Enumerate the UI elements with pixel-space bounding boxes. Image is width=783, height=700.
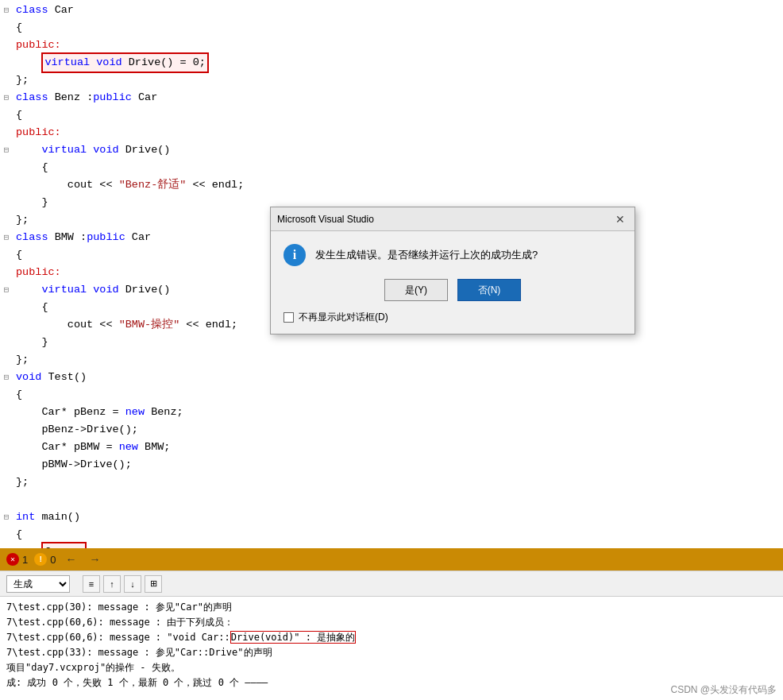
toolbar-btn-2[interactable]: ↑ [103, 575, 121, 593]
code-line: Car* pBenz = new Benz; [0, 404, 783, 421]
output-line: 成: 成功 0 个，失败 1 个，最新 0 个，跳过 0 个 ———— [6, 675, 777, 690]
output-content: 7\test.cpp(30): message : 参见"Car"的声明 7\t… [0, 597, 783, 694]
code-line: }; [0, 351, 783, 369]
toolbar-btn-4[interactable]: ⊞ [145, 575, 162, 593]
code-line: public: [0, 124, 783, 141]
code-line: ⊟ virtual void Drive() [0, 141, 783, 159]
info-icon: i [284, 244, 306, 266]
fold-gutter[interactable]: ⊟ [0, 281, 13, 299]
code-line: cout << "Benz-舒适" << endl; [0, 176, 783, 194]
code-line: } [0, 334, 783, 351]
fold-gutter[interactable]: ⊟ [0, 89, 13, 106]
fold-gutter[interactable]: ⊟ [0, 2, 13, 19]
error-count: 1 [22, 554, 28, 566]
nav-back-button[interactable]: ← [62, 551, 79, 567]
code-line [0, 491, 783, 509]
dialog-checkbox-row: 不再显示此对话框(D) [284, 307, 622, 327]
output-line: 7\test.cpp(33): message : 参见"Car::Drive"… [6, 645, 777, 660]
output-line: 项目"day7.vcxproj"的操作 - 失败。 [6, 660, 777, 675]
code-line: { [0, 19, 783, 37]
dialog-checkbox-label: 不再显示此对话框(D) [299, 311, 388, 324]
dialog-message-row: i 发生生成错误。是否继续并运行上次的成功生成? [284, 244, 622, 266]
status-bar: ✕ 1 ! 0 ← → [0, 548, 783, 570]
error-icon: ✕ [6, 553, 19, 566]
code-line: ⊟ class Benz :public Car [0, 89, 783, 106]
code-line: }; [0, 474, 783, 491]
dialog-title: Microsoft Visual Studio [277, 214, 374, 225]
code-line: pBMW->Drive(); [0, 456, 783, 474]
toolbar-btn-1[interactable]: ≡ [83, 575, 100, 593]
code-line: { [0, 526, 783, 543]
output-line: 7\test.cpp(60,6): message : 由于下列成员： [6, 615, 777, 630]
dialog-body: i 发生生成错误。是否继续并运行上次的成功生成? 是(Y) 否(N) 不再显示此… [271, 231, 634, 334]
code-line: }; [0, 72, 783, 89]
watermark: CSDN @头发没有代码多 [670, 683, 777, 697]
fold-gutter[interactable]: ⊟ [0, 369, 13, 386]
fold-gutter[interactable]: ⊟ [0, 509, 13, 526]
code-line: { [0, 386, 783, 404]
code-line: { [0, 106, 783, 124]
dialog: Microsoft Visual Studio ✕ i 发生生成错误。是否继续并… [270, 207, 635, 335]
code-line: ⊟ int main() [0, 509, 783, 526]
code-line: { [0, 159, 783, 176]
code-line: public: [0, 37, 783, 54]
output-panel: 生成 ≡ ↑ ↓ ⊞ 7\test.cpp(30): message : 参见"… [0, 570, 783, 700]
code-line-highlighted: virtual void Drive() = 0; [0, 54, 783, 72]
warning-count: 0 [50, 554, 56, 566]
dialog-buttons: 是(Y) 否(N) [284, 279, 622, 301]
dialog-yes-button[interactable]: 是(Y) [384, 279, 448, 301]
output-toolbar: 生成 ≡ ↑ ↓ ⊞ [0, 571, 783, 597]
fold-gutter[interactable]: ⊟ [0, 229, 13, 246]
fold-gutter[interactable]: ⊟ [0, 141, 13, 159]
warning-icon: ! [34, 553, 47, 566]
dialog-close-button[interactable]: ✕ [612, 211, 628, 227]
nav-forward-button[interactable]: → [86, 551, 103, 567]
code-line: pBenz->Drive(); [0, 421, 783, 439]
dialog-checkbox[interactable] [284, 312, 294, 323]
editor-area: ⊟ class Car { public: virtual void Drive… [0, 0, 783, 548]
toolbar-btn-3[interactable]: ↓ [124, 575, 141, 593]
dialog-no-button[interactable]: 否(N) [457, 279, 521, 301]
code-line: ⊟ void Test() [0, 369, 783, 386]
output-line: 7\test.cpp(30): message : 参见"Car"的声明 [6, 600, 777, 615]
output-select[interactable]: 生成 [6, 575, 70, 593]
dialog-titlebar: Microsoft Visual Studio ✕ [271, 207, 634, 231]
dialog-message: 发生生成错误。是否继续并运行上次的成功生成? [315, 244, 538, 263]
code-line-highlighted2: Car a; [0, 543, 783, 548]
output-line-highlighted: 7\test.cpp(60,6): message : "void Car::D… [6, 630, 777, 645]
code-line: ⊟ class Car [0, 2, 783, 19]
code-line: Car* pBMW = new BMW; [0, 439, 783, 456]
